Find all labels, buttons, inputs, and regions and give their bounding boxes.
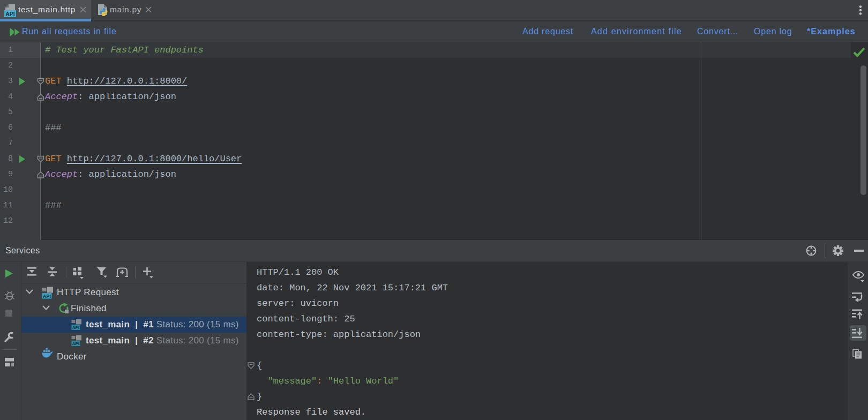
svg-text:API: API — [72, 325, 79, 330]
svg-text:API: API — [72, 341, 79, 346]
svg-text:API: API — [43, 294, 51, 299]
svg-text:API: API — [5, 11, 15, 17]
